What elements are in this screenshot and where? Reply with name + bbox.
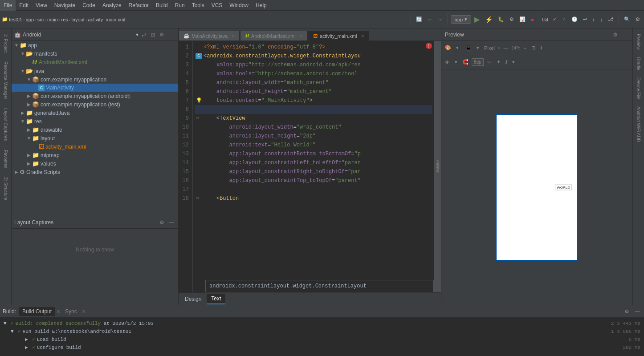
layout-captures-icon[interactable]: Layout Captures xyxy=(2,105,9,144)
preview-device-label[interactable]: Pixel xyxy=(482,44,497,52)
build-close-sync[interactable]: ✕ xyxy=(82,308,86,315)
menu-navigate[interactable]: Navigate xyxy=(51,0,79,11)
menu-run[interactable]: Run xyxy=(171,0,188,11)
preview-zoom-in[interactable]: + xyxy=(522,44,528,52)
build-expand-4[interactable]: ▶ xyxy=(25,344,32,352)
breadcrumb-file[interactable]: activity_main.xml xyxy=(88,17,126,22)
layout-captures-minimize[interactable]: — xyxy=(167,218,175,227)
preview-zoom-out[interactable]: — xyxy=(501,44,510,52)
menu-refactor[interactable]: Refactor xyxy=(125,0,152,11)
breadcrumb-res[interactable]: res xyxy=(61,17,68,22)
menu-file[interactable]: File xyxy=(0,0,16,11)
tree-item-mipmap[interactable]: ▶ 📁 mipmap xyxy=(12,151,178,159)
lightning-button[interactable]: ⚡ xyxy=(483,15,495,24)
chevron-down-icon-panel[interactable]: ▾ xyxy=(136,32,139,38)
build-minimize-btn[interactable]: — xyxy=(633,307,641,316)
build-close-output[interactable]: ✕ xyxy=(56,308,61,315)
forward-button[interactable]: → xyxy=(436,16,445,24)
breadcrumb-app[interactable]: app xyxy=(26,17,34,22)
menu-window[interactable]: Window xyxy=(226,0,252,11)
favorites-icon[interactable]: Favorites xyxy=(2,146,9,172)
git-history[interactable]: 🕐 xyxy=(569,15,580,24)
stop-button[interactable]: ■ xyxy=(529,16,536,24)
tree-item-res[interactable]: ▼ 📁 res xyxy=(12,117,178,125)
layout-captures-settings[interactable]: ⚙ xyxy=(158,218,166,227)
git-undo[interactable]: ↩ xyxy=(581,15,589,24)
git-pull[interactable]: ↓ xyxy=(598,16,605,24)
run-button[interactable]: ▶ xyxy=(472,14,482,25)
preview-eye-btn[interactable]: 👁 xyxy=(443,59,452,66)
preview-eye-dropdown[interactable]: ▾ xyxy=(453,58,459,66)
preview-settings[interactable]: ⚙ xyxy=(611,31,619,39)
tree-item-manifests[interactable]: ▼ 📂 manifests xyxy=(12,49,178,58)
git-push[interactable]: ↑ xyxy=(590,16,597,24)
menu-vcs[interactable]: VCS xyxy=(208,0,226,11)
preview-orientation-btn[interactable]: 📱 xyxy=(464,44,473,52)
preview-magnet-btn[interactable]: 🧲 xyxy=(461,58,470,66)
breadcrumb-main[interactable]: main xyxy=(47,17,58,22)
preview-theme-btn[interactable]: 🎨 xyxy=(443,44,453,52)
tab-mainactivity[interactable]: ☕ MainActivity.java ✕ xyxy=(179,31,240,40)
code-content[interactable]: <?xml version="1.0" encoding="utf-8"?> C… xyxy=(193,41,434,292)
preview-align-dropdown[interactable]: ▾ xyxy=(510,58,517,66)
close-panel-button[interactable]: — xyxy=(167,31,175,39)
wifi-adb-icon[interactable]: Android WiFi ADB xyxy=(635,103,642,146)
preview-minimize[interactable]: — xyxy=(621,31,629,39)
preview-align-btn[interactable]: 𝑰 xyxy=(504,58,509,66)
tree-item-generatedjava[interactable]: ▶ 📁 generatedJava xyxy=(12,109,178,117)
palette-sidebar[interactable]: Palette xyxy=(434,41,441,292)
sync-button[interactable]: 🔄 xyxy=(414,15,424,24)
build-tab-output[interactable]: Build Output xyxy=(19,307,55,316)
search-button[interactable]: 🔍 xyxy=(622,15,632,24)
preview-info-btn[interactable]: ℹ xyxy=(538,44,544,52)
menu-build[interactable]: Build xyxy=(152,0,171,11)
tree-item-package-main[interactable]: ▼ 📦 com.example.myapplication xyxy=(12,75,178,84)
breadcrumb-test01[interactable]: test01 xyxy=(9,17,22,22)
tab-activity-main[interactable]: 🖼 activity_main.xml ✕ xyxy=(308,31,369,40)
menu-code[interactable]: Code xyxy=(79,0,99,11)
build-expand-2[interactable]: ▼ xyxy=(11,328,18,336)
tree-item-activity-main[interactable]: 🖼 activity_main.xml xyxy=(12,142,178,151)
preview-orientation-dropdown[interactable]: ▾ xyxy=(475,44,481,52)
menu-analyze[interactable]: Analyze xyxy=(99,0,125,11)
project-icon[interactable]: 1: Project xyxy=(2,30,9,56)
tab-close-activity-main[interactable]: ✕ xyxy=(361,34,364,39)
structure-icon[interactable]: Z: Structure xyxy=(2,174,9,204)
code-editor[interactable]: ! 12345 678910 1112131415 161718 <?xml v… xyxy=(179,41,434,292)
tree-item-gradle[interactable]: ▶ ⚙ Gradle Scripts xyxy=(12,168,178,176)
git-check2[interactable]: ✓ xyxy=(560,15,568,24)
preview-side-icon[interactable]: Preview xyxy=(635,30,642,53)
settings-button[interactable]: ⚙ xyxy=(633,15,642,24)
preview-wave-btn[interactable]: 〰 xyxy=(485,59,493,66)
menu-view[interactable]: View xyxy=(32,0,51,11)
breadcrumb-src[interactable]: src xyxy=(37,17,44,22)
build-expand-1[interactable]: ▼ xyxy=(4,320,11,328)
tree-item-app[interactable]: ▼ 📁 app xyxy=(12,41,178,49)
device-file-icon[interactable]: Device File xyxy=(635,74,642,103)
collapse-button[interactable]: ⊟ xyxy=(149,31,156,39)
autocomplete-popup[interactable]: androidx.constraintlayout.widget.Constra… xyxy=(205,280,434,292)
tab-text[interactable]: Text xyxy=(207,294,225,304)
settings-panel-button[interactable]: ⚙ xyxy=(158,31,166,39)
tree-item-values[interactable]: ▶ 📁 values xyxy=(12,159,178,168)
preview-fit-btn[interactable]: ⊡ xyxy=(530,44,537,52)
tree-item-layout[interactable]: ▼ 📁 layout xyxy=(12,134,178,142)
profile-button[interactable]: ⚙ xyxy=(507,15,516,24)
git-branch[interactable]: ⎇ xyxy=(606,15,616,24)
tree-item-package-android[interactable]: ▶ 📦 com.example.myapplication (android t… xyxy=(12,92,178,100)
tab-design[interactable]: Design xyxy=(180,294,206,304)
menu-tools[interactable]: Tools xyxy=(188,0,208,11)
sync-files-button[interactable]: ⇄ xyxy=(140,31,147,39)
preview-theme-dropdown[interactable]: ▾ xyxy=(454,44,461,52)
menu-edit[interactable]: Edit xyxy=(16,0,32,11)
tab-androidmanifest[interactable]: 𝑴 AndroidManifest.xml ✕ xyxy=(240,31,308,40)
breadcrumb-layout[interactable]: layout xyxy=(71,17,84,22)
build-settings-btn[interactable]: ⚙ xyxy=(623,307,631,316)
build-expand-3[interactable]: ▶ xyxy=(25,336,32,344)
tab-close-androidmanifest[interactable]: ✕ xyxy=(299,33,303,38)
tab-close-mainactivity[interactable]: ✕ xyxy=(231,33,235,38)
debug-button[interactable]: 🐛 xyxy=(496,15,506,24)
resource-manager-icon[interactable]: Resource Manager xyxy=(2,58,9,103)
tree-item-manifest-xml[interactable]: 𝑴 AndroidManifest.xml xyxy=(12,58,178,67)
app-dropdown[interactable]: app ▾ xyxy=(451,15,471,24)
